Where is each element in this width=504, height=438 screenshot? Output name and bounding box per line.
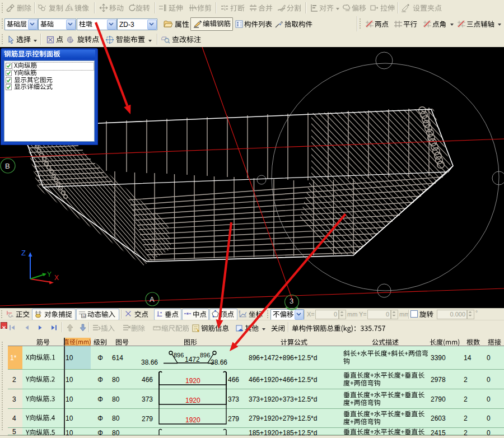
svg-text:1472: 1472 bbox=[185, 356, 200, 364]
svg-text:466: 466 bbox=[142, 376, 153, 384]
svg-text:373: 373 bbox=[142, 395, 153, 403]
svg-text:Y: Y bbox=[47, 271, 52, 278]
svg-text:373: 373 bbox=[228, 395, 239, 403]
svg-text:x: x bbox=[245, 314, 246, 317]
svg-text:A: A bbox=[150, 295, 155, 304]
svg-text:Z: Z bbox=[21, 249, 26, 257]
svg-text:466: 466 bbox=[228, 376, 239, 384]
svg-text:X: X bbox=[54, 274, 59, 282]
svg-text:38.66: 38.66 bbox=[211, 358, 227, 366]
svg-text:12: 12 bbox=[82, 314, 86, 318]
svg-text:1920: 1920 bbox=[185, 397, 200, 404]
svg-text:896: 896 bbox=[174, 352, 184, 358]
svg-text:896: 896 bbox=[200, 352, 210, 358]
svg-text:279: 279 bbox=[228, 415, 239, 423]
svg-text:1920: 1920 bbox=[185, 377, 200, 385]
svg-text:38.66: 38.66 bbox=[141, 358, 158, 366]
svg-text:1920: 1920 bbox=[185, 416, 200, 424]
svg-text:B: B bbox=[5, 162, 10, 170]
svg-text:y: y bbox=[239, 310, 240, 313]
svg-text:279: 279 bbox=[142, 415, 153, 423]
